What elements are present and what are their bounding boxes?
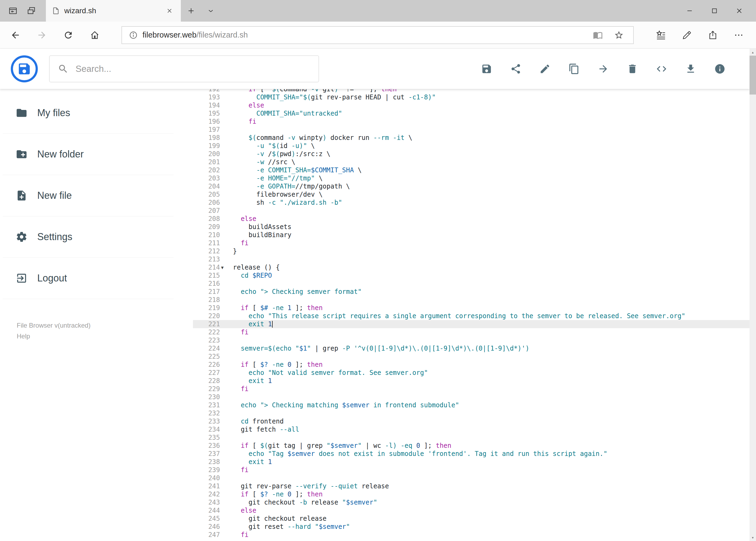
sidebar-item-settings[interactable]: Settings xyxy=(3,216,173,258)
favorite-star-button[interactable] xyxy=(609,27,630,43)
sidebar-item-new-folder[interactable]: New folder xyxy=(3,134,173,175)
reading-view-button[interactable] xyxy=(587,27,609,43)
code-line[interactable]: 244 else xyxy=(193,506,750,515)
close-window-button[interactable] xyxy=(727,0,752,22)
code-line[interactable]: 234 git fetch --all xyxy=(193,425,750,433)
code-line[interactable]: 226 if [ $? -ne 0 ]; then xyxy=(193,360,750,369)
search-input[interactable] xyxy=(76,64,310,74)
code-line[interactable]: 233 cd frontend xyxy=(193,417,750,425)
code-line[interactable]: 245 git checkout release xyxy=(193,515,750,523)
code-line[interactable]: 209 buildAssets xyxy=(193,223,750,231)
code-line[interactable]: 211 fi xyxy=(193,239,750,247)
code-line[interactable]: 239 fi xyxy=(193,466,750,474)
code-line[interactable]: 231 echo "> Checking matching $semver in… xyxy=(193,401,750,409)
vertical-scrollbar[interactable]: ▴ ▾ xyxy=(750,49,756,541)
share-button[interactable] xyxy=(501,54,530,84)
code-line[interactable]: 222 fi xyxy=(193,328,750,336)
address-bar[interactable]: filebrowser.web/files/wizard.sh xyxy=(122,26,634,44)
share-page-button[interactable] xyxy=(700,22,726,48)
code-line[interactable]: 246 git reset --hard "$semver" xyxy=(193,523,750,531)
code-line[interactable]: 229 fi xyxy=(193,385,750,393)
code-line[interactable]: 210 buildBinary xyxy=(193,231,750,239)
code-line[interactable]: 247 fi xyxy=(193,531,750,539)
code-line[interactable]: 240 xyxy=(193,474,750,482)
code-line[interactable]: 208 else xyxy=(193,215,750,223)
scrollbar-thumb[interactable] xyxy=(750,56,756,95)
code-line[interactable]: 203 -e HOME="//tmp" \ xyxy=(193,174,750,182)
hub-favorites-button[interactable] xyxy=(648,22,674,48)
fold-marker-icon[interactable]: ▾ xyxy=(221,264,224,271)
code-line[interactable]: 194 else xyxy=(193,101,750,109)
code-line[interactable]: 227 echo "Not valid semver format. See s… xyxy=(193,369,750,377)
code-line[interactable]: 197 xyxy=(193,126,750,134)
move-button[interactable] xyxy=(589,54,618,84)
code-line[interactable]: 236 if [ $(git tag | grep "$semver" | wc… xyxy=(193,442,750,450)
url-text[interactable]: filebrowser.web/files/wizard.sh xyxy=(142,31,248,39)
help-link[interactable]: Help xyxy=(17,331,91,342)
maximize-button[interactable] xyxy=(702,0,727,22)
make-web-note-button[interactable] xyxy=(674,22,700,48)
code-line[interactable]: 199 -u "$(id -u)" \ xyxy=(193,142,750,150)
code-line[interactable]: 202 -e COMMIT_SHA=$COMMIT_SHA \ xyxy=(193,166,750,174)
code-line[interactable]: 221 exit 1 xyxy=(193,320,750,328)
forward-button[interactable] xyxy=(29,22,55,48)
code-line[interactable]: 220 echo "This release script requires a… xyxy=(193,312,750,320)
code-line[interactable]: 235 xyxy=(193,433,750,442)
code-line[interactable]: 205 filebrowser/dev \ xyxy=(193,191,750,199)
home-button[interactable] xyxy=(82,22,108,48)
code-line[interactable]: 213 xyxy=(193,255,750,264)
copy-button[interactable] xyxy=(560,54,589,84)
scroll-up-arrow-icon[interactable]: ▴ xyxy=(750,49,756,56)
code-editor[interactable]: 192 if [ "$(command -v git)" != "" ]; th… xyxy=(193,89,750,541)
info-button[interactable] xyxy=(705,54,734,84)
code-line[interactable]: 196 fi xyxy=(193,118,750,126)
save-button[interactable] xyxy=(472,54,501,84)
code-line[interactable]: 217 echo "> Checking semver format" xyxy=(193,287,750,296)
code-line[interactable]: 224 semver=$(echo "$1" | grep -P '^v(0|[… xyxy=(193,344,750,352)
browser-tab[interactable]: wizard.sh xyxy=(46,0,181,22)
code-line[interactable]: 242 if [ $? -ne 0 ]; then xyxy=(193,490,750,498)
code-line[interactable]: 237 echo "Tag $semver does not exist in … xyxy=(193,450,750,458)
set-tabs-aside-button[interactable] xyxy=(5,3,21,19)
code-line[interactable]: 241 git rev-parse --verify --quiet relea… xyxy=(193,482,750,490)
code-line[interactable]: 230 xyxy=(193,393,750,401)
code-line[interactable]: 232 xyxy=(193,409,750,417)
back-button[interactable] xyxy=(2,22,29,48)
code-line[interactable]: 206 sh -c "./wizard.sh -b" xyxy=(193,199,750,207)
code-line[interactable]: 218 xyxy=(193,296,750,304)
code-line[interactable]: 215 cd $REPO xyxy=(193,271,750,279)
code-line[interactable]: 212} xyxy=(193,247,750,255)
code-line[interactable]: 238 exit 1 xyxy=(193,458,750,466)
code-line[interactable]: 214▾release () { xyxy=(193,264,750,271)
code-line[interactable]: 223 xyxy=(193,336,750,344)
sidebar-item-new-file[interactable]: New file xyxy=(3,175,173,216)
source-code-button[interactable] xyxy=(647,54,676,84)
tab-close-button[interactable] xyxy=(164,5,175,16)
code-line[interactable]: 198 $(command -v winpty) docker run --rm… xyxy=(193,134,750,142)
code-line[interactable]: 243 git checkout -b release "$semver" xyxy=(193,498,750,506)
code-line[interactable]: 216 xyxy=(193,279,750,287)
tab-preview-button[interactable] xyxy=(23,3,39,19)
filebrowser-logo[interactable] xyxy=(11,55,38,82)
code-line[interactable]: 200 -v /$(pwd):/src:z \ xyxy=(193,150,750,158)
search-box[interactable] xyxy=(49,55,319,82)
refresh-button[interactable] xyxy=(55,22,82,48)
code-line[interactable]: 192 if [ "$(command -v git)" != "" ]; th… xyxy=(193,89,750,93)
code-line[interactable]: 219 if [ $# -ne 1 ]; then xyxy=(193,304,750,312)
sidebar-item-logout[interactable]: Logout xyxy=(3,258,173,299)
tab-list-chevron-button[interactable] xyxy=(201,0,220,22)
code-line[interactable]: 204 -e GOPATH=//tmp/gopath \ xyxy=(193,182,750,191)
code-line[interactable]: 195 COMMIT_SHA="untracked" xyxy=(193,109,750,118)
code-line[interactable]: 207 xyxy=(193,207,750,215)
code-line[interactable]: 193 COMMIT_SHA="$(git rev-parse HEAD | c… xyxy=(193,93,750,101)
sidebar-item-my-files[interactable]: My files xyxy=(3,92,173,134)
code-line[interactable]: 225 xyxy=(193,352,750,360)
site-info-button[interactable] xyxy=(126,28,141,43)
minimize-button[interactable] xyxy=(677,0,702,22)
code-line[interactable]: 228 exit 1 xyxy=(193,377,750,385)
delete-button[interactable] xyxy=(618,54,647,84)
more-actions-button[interactable] xyxy=(726,22,752,48)
rename-button[interactable] xyxy=(530,54,560,84)
download-button[interactable] xyxy=(676,54,705,84)
scroll-down-arrow-icon[interactable]: ▾ xyxy=(750,534,756,541)
